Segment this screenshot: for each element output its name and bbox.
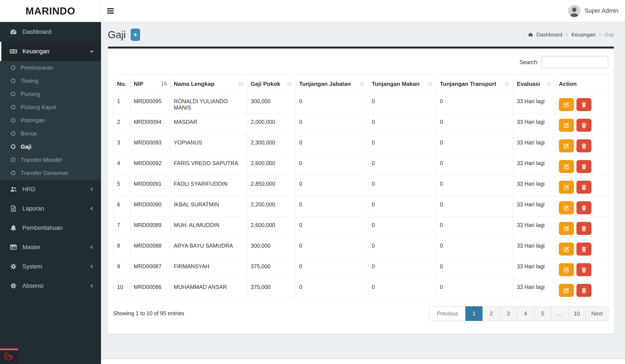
edit-button[interactable] bbox=[559, 222, 574, 235]
col-label: Tunjangan Jabatan bbox=[299, 81, 351, 87]
submenu-item-transfer-mandiri[interactable]: Transfer Mandiri bbox=[0, 153, 101, 166]
cell-nama: MASDAR bbox=[170, 114, 247, 134]
pagination-page-3[interactable]: 3 bbox=[500, 306, 517, 321]
delete-button[interactable] bbox=[576, 181, 592, 194]
table-info: Showing 1 to 10 of 95 entries bbox=[113, 306, 184, 317]
table-row: 10 MRD00086 MUHAMMAD ANSAR 375,000 0 0 0… bbox=[113, 279, 609, 300]
delete-button[interactable] bbox=[576, 201, 592, 214]
add-button[interactable]: + bbox=[131, 29, 140, 41]
edit-button[interactable] bbox=[559, 160, 574, 173]
pagination-previous[interactable]: Previous bbox=[429, 306, 466, 321]
edit-button[interactable] bbox=[559, 263, 574, 276]
cell-no: 8 bbox=[113, 238, 130, 258]
cell-nip: MRD00095 bbox=[130, 93, 170, 114]
edit-button[interactable] bbox=[559, 181, 574, 194]
cell-nip: MRD00090 bbox=[130, 196, 170, 217]
cell-tunjangan-transport: 0 bbox=[436, 217, 513, 238]
sidebar-item-hrd[interactable]: HRD bbox=[0, 180, 101, 199]
cell-tunjangan-transport: 0 bbox=[436, 196, 513, 217]
pagination-page-10[interactable]: 10 bbox=[568, 306, 586, 321]
cell-no: 9 bbox=[113, 258, 130, 279]
cell-nip: MRD00093 bbox=[130, 134, 170, 155]
circle-icon bbox=[11, 92, 15, 96]
pagination-page-2[interactable]: 2 bbox=[482, 306, 500, 321]
col-nip[interactable]: NIP bbox=[130, 75, 170, 93]
sidebar-item-absensi[interactable]: Absensi bbox=[0, 276, 101, 296]
cell-tunjangan-transport: 0 bbox=[436, 176, 513, 196]
cell-nama: IKBAL SURATMIN bbox=[170, 196, 247, 217]
sidebar-menu: Dashboard Keuangan Pembayaran Towing bbox=[0, 22, 101, 296]
edit-button[interactable] bbox=[559, 98, 574, 111]
table-row: 1 MRD00095 RONALDI YULIANDO MANIS 300,00… bbox=[113, 93, 609, 114]
delete-button[interactable] bbox=[576, 139, 592, 152]
cell-nama: FIRMANSYAH bbox=[170, 258, 247, 279]
pagination-page-5[interactable]: 5 bbox=[534, 306, 551, 321]
edit-button[interactable] bbox=[559, 284, 574, 297]
search-input[interactable] bbox=[542, 56, 608, 68]
edit-button[interactable] bbox=[559, 201, 574, 214]
pagination-next[interactable]: Next bbox=[585, 306, 609, 321]
submenu-item-gaji[interactable]: Gaji bbox=[0, 140, 101, 153]
pagination-page-1[interactable]: 1 bbox=[465, 306, 483, 321]
topbar: Super Admin bbox=[101, 0, 625, 22]
sidebar-item-laporan[interactable]: Laporan bbox=[0, 199, 101, 218]
delete-button[interactable] bbox=[576, 98, 592, 111]
debugbar-toggle[interactable] bbox=[0, 349, 18, 364]
cell-tunjangan-transport: 0 bbox=[436, 279, 513, 300]
edit-button[interactable] bbox=[559, 243, 574, 256]
table-row: 9 MRD00087 FIRMANSYAH 375,000 0 0 0 33 H… bbox=[113, 258, 609, 279]
sidebar-item-dashboard[interactable]: Dashboard bbox=[0, 22, 101, 42]
sidebar-item-keuangan[interactable]: Keuangan bbox=[0, 42, 101, 61]
content-header: Gaji + Dashboard > Keuangan > Gaji bbox=[101, 22, 625, 47]
sidebar-item-system[interactable]: System bbox=[0, 257, 101, 276]
col-tunjangan-transport[interactable]: Tunjangan Transport bbox=[436, 75, 513, 93]
circle-icon bbox=[11, 65, 15, 70]
breadcrumb-keuangan[interactable]: Keuangan bbox=[571, 31, 595, 38]
table-row: 4 MRD00092 FARIS VREDO SAPUTRA 2,600,000… bbox=[113, 155, 609, 176]
cell-nama: MUH. ALIMUDDIN bbox=[170, 217, 247, 238]
col-tunjangan-jabatan[interactable]: Tunjangan Jabatan bbox=[295, 75, 368, 93]
submenu-item-piutang[interactable]: Piutang bbox=[0, 87, 101, 101]
delete-button[interactable] bbox=[576, 263, 592, 276]
pagination-page-4[interactable]: 4 bbox=[517, 306, 534, 321]
delete-button[interactable] bbox=[576, 243, 592, 256]
submenu-item-potongan[interactable]: Potongan bbox=[0, 114, 101, 127]
cell-gaji-pokok: 2,600,000 bbox=[247, 217, 295, 238]
delete-button[interactable] bbox=[576, 284, 592, 297]
col-evaluasi[interactable]: Evaluasi bbox=[513, 75, 555, 93]
brand-logo[interactable]: MARINDO bbox=[0, 0, 101, 22]
circle-icon bbox=[11, 118, 15, 122]
sort-up-down-icon bbox=[426, 80, 434, 88]
cell-nama: FARIS VREDO SAPUTRA bbox=[170, 155, 247, 176]
sidebar-item-master[interactable]: Master bbox=[0, 238, 101, 257]
cell-tunjangan-transport: 0 bbox=[436, 114, 513, 134]
submenu-item-pembayaran[interactable]: Pembayaran bbox=[0, 61, 101, 74]
submenu-item-piutang-kapal[interactable]: Piutang Kapal bbox=[0, 101, 101, 114]
circle-icon bbox=[11, 105, 15, 109]
submenu-item-transfer-danamon[interactable]: Transfer Danamon bbox=[0, 166, 101, 180]
submenu-item-bonus[interactable]: Bonus bbox=[0, 127, 101, 140]
col-gaji-pokok[interactable]: Gaji Pokok bbox=[247, 75, 295, 93]
keuangan-submenu: Pembayaran Towing Piutang Piutang Kapal … bbox=[0, 61, 101, 180]
delete-button[interactable] bbox=[576, 119, 592, 132]
cell-nama: MUHAMMAD ANSAR bbox=[170, 279, 247, 300]
edit-button[interactable] bbox=[559, 139, 574, 152]
table-row: 3 MRD00093 YOPIANUS 2,300,000 0 0 0 33 H… bbox=[113, 134, 609, 155]
submenu-label: Transfer Danamon bbox=[21, 170, 68, 177]
submenu-item-towing[interactable]: Towing bbox=[0, 74, 101, 87]
cell-gaji-pokok: 375,000 bbox=[247, 279, 295, 300]
col-tunjangan-makan[interactable]: Tunjangan Makan bbox=[368, 75, 436, 93]
user-menu[interactable]: Super Admin bbox=[568, 5, 625, 17]
submenu-label: Pembayaran bbox=[21, 64, 53, 71]
cell-evaluasi: 33 Hari lagi bbox=[513, 93, 555, 114]
sidebar-item-label: Laporan bbox=[22, 205, 44, 212]
chevron-left-icon bbox=[89, 283, 95, 289]
delete-button[interactable] bbox=[576, 160, 592, 173]
sidebar-item-pemberitahuan[interactable]: Pemberitahuan bbox=[0, 218, 101, 238]
col-nama-lengkap[interactable]: Nama Lengkap bbox=[170, 75, 247, 93]
edit-button[interactable] bbox=[559, 119, 574, 132]
cell-evaluasi: 33 Hari lagi bbox=[513, 176, 555, 196]
delete-button[interactable] bbox=[576, 222, 592, 235]
sidebar-toggle-button[interactable] bbox=[101, 0, 120, 22]
breadcrumb-dashboard[interactable]: Dashboard bbox=[536, 31, 562, 38]
